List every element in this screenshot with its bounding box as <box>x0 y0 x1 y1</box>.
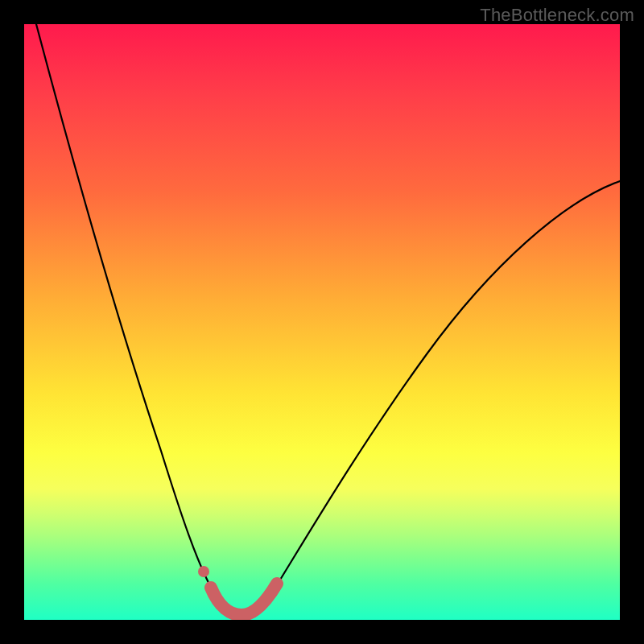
chart-plot-area <box>24 24 620 620</box>
bottleneck-curve <box>24 24 620 620</box>
watermark-text: TheBottleneck.com <box>480 5 634 26</box>
marker-dot <box>198 566 209 577</box>
optimal-range-highlight <box>211 584 277 615</box>
curve-path <box>36 24 620 615</box>
